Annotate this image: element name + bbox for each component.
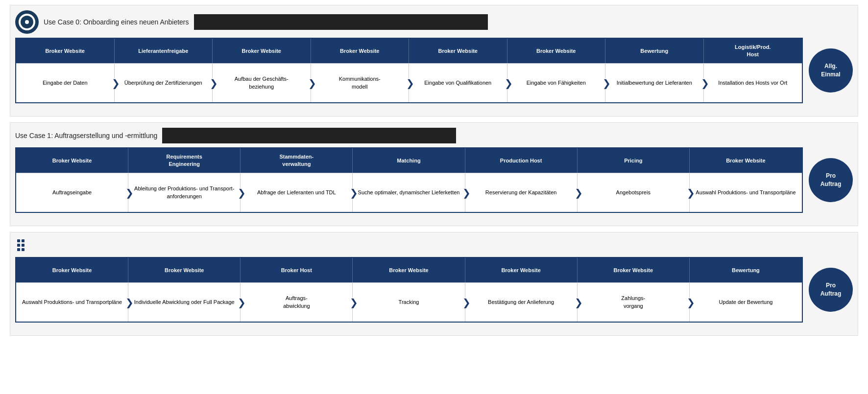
uc0-arrow-4: ❯ [505, 78, 513, 88]
uc0-row-with-badge: Broker WebsiteLieferantenfreigabeBroker … [15, 38, 853, 103]
uc2-content-3: Tracking❯ [353, 282, 465, 322]
uc1-title: Use Case 1: Auftragserstellung und -ermi… [15, 132, 157, 139]
uc0-content-col-2: Aufbau der Geschäfts- beziehung❯ [213, 63, 311, 102]
uc0-content-6: Initialbewertung der Lieferanten❯ [605, 63, 704, 102]
logo-dot [25, 20, 29, 24]
uc2-col-0: Broker Website [16, 258, 128, 282]
uc1-badge: Pro Auftrag [809, 158, 853, 202]
uc2-content-col-2: Auftrags- abwicklung❯ [241, 282, 353, 322]
uc0-content-col-7: Installation des Hosts vor Ort [704, 63, 802, 102]
uc0-content-col-3: Kommunikations- modell❯ [311, 63, 410, 102]
uc2-content-0: Auswahl Produktions- und Transportpläne❯ [16, 282, 128, 322]
uc1-col-5: Pricing [578, 148, 690, 173]
uc2-arrow-0: ❯ [125, 298, 134, 307]
uc0-content-col-0: Eingabe der Daten❯ [16, 63, 115, 102]
uc1-content-col-2: Abfrage der Lieferanten und TDL❯ [241, 173, 353, 212]
uc0-header-1: Lieferantenfreigabe [115, 39, 213, 63]
uc2-arrow-3: ❯ [462, 298, 471, 307]
uc1-process-table: Broker WebsiteRequirements EngineeringSt… [15, 147, 803, 213]
uc0-header-6: Bewertung [605, 39, 704, 63]
uc0-process-table: Broker WebsiteLieferantenfreigabeBroker … [15, 38, 803, 103]
uc2-col-3: Broker Website [353, 258, 465, 282]
uc0-content-2: Aufbau der Geschäfts- beziehung❯ [213, 63, 311, 102]
uc1-section: Use Case 1: Auftragserstellung und -ermi… [10, 122, 858, 226]
uc2-col-1: Broker Website [128, 258, 241, 282]
uc2-content-1: Individuelle Abwicklung oder Full Packag… [128, 282, 241, 322]
uc0-title-row: Use Case 0: Onboarding eines neuen Anbie… [15, 10, 853, 34]
uc0-section: Use Case 0: Onboarding eines neuen Anbie… [10, 5, 858, 116]
uc1-content-6: Auswahl Produktions- und Transportpläne [690, 173, 802, 212]
uc2-arrow-4: ❯ [575, 298, 583, 307]
uc1-arrow-3: ❯ [462, 188, 471, 198]
uc1-content-5: Angebotspreis❯ [578, 173, 690, 212]
uc2-content-col-4: Bestätigung der Anlieferung❯ [465, 282, 578, 322]
uc2-headers: Broker WebsiteBroker WebsiteBroker HostB… [16, 258, 802, 282]
uc2-arrow-5: ❯ [687, 298, 695, 307]
uc2-col-4: Broker Website [465, 258, 578, 282]
uc0-headers: Broker WebsiteLieferantenfreigabeBroker … [16, 39, 802, 63]
uc2-content-2: Auftrags- abwicklung❯ [241, 282, 353, 322]
uc1-header-3: Matching [353, 148, 465, 173]
uc2-content-col-1: Individuelle Abwicklung oder Full Packag… [128, 282, 241, 322]
uc1-title-row: Use Case 1: Auftragserstellung und -ermi… [15, 128, 853, 143]
uc1-contents: Auftragseingabe❯Ableitung der Produktion… [16, 173, 802, 212]
uc0-col-6: Bewertung [605, 39, 704, 63]
uc1-header-0: Broker Website [16, 148, 128, 173]
logo-inner-ring [19, 14, 35, 30]
uc0-arrow-6: ❯ [701, 78, 709, 88]
uc0-content-col-4: Eingabe von Qualifikationen❯ [409, 63, 507, 102]
uc0-header-4: Broker Website [409, 39, 507, 63]
uc2-header-1: Broker Website [128, 258, 241, 282]
uc2-content-6: Update der Bewertung [690, 282, 802, 322]
uc0-process-section: Broker WebsiteLieferantenfreigabeBroker … [15, 38, 803, 103]
uc2-content-col-5: Zahlungs- vorgang❯ [578, 282, 690, 322]
uc1-content-3: Suche optimaler, dynamischer Lieferkette… [353, 173, 465, 212]
uc1-col-4: Production Host [465, 148, 578, 173]
uc2-col-2: Broker Host [241, 258, 353, 282]
uc0-content-4: Eingabe von Qualifikationen❯ [409, 63, 507, 102]
uc2-content-5: Zahlungs- vorgang❯ [578, 282, 690, 322]
uc1-content-0: Auftragseingabe❯ [16, 173, 128, 212]
uc1-content-2: Abfrage der Lieferanten und TDL❯ [241, 173, 353, 212]
uc1-header-1: Requirements Engineering [128, 148, 241, 173]
uc0-arrow-1: ❯ [210, 78, 218, 88]
uc1-content-col-3: Suche optimaler, dynamischer Lieferkette… [353, 173, 465, 212]
uc2-content-col-3: Tracking❯ [353, 282, 465, 322]
uc1-header-2: Stammdaten- verwaltung [241, 148, 353, 173]
uc1-headers: Broker WebsiteRequirements EngineeringSt… [16, 148, 802, 173]
uc0-content-col-5: Eingabe von Fähigkeiten❯ [507, 63, 606, 102]
uc1-content-col-6: Auswahl Produktions- und Transportpläne [690, 173, 802, 212]
uc0-arrow-3: ❯ [406, 78, 414, 88]
uc0-arrow-5: ❯ [603, 78, 611, 88]
uc2-col-5: Broker Website [578, 258, 690, 282]
uc1-col-2: Stammdaten- verwaltung [241, 148, 353, 173]
uc2-header-3: Broker Website [353, 258, 465, 282]
uc0-col-1: Lieferantenfreigabe [115, 39, 213, 63]
uc2-header-2: Broker Host [241, 258, 353, 282]
uc1-row-with-badge: Broker WebsiteRequirements EngineeringSt… [15, 147, 853, 213]
uc0-header-0: Broker Website [16, 39, 115, 63]
uc1-title-bar [162, 128, 456, 143]
uc1-arrow-1: ❯ [238, 188, 246, 198]
uc1-header-5: Pricing [578, 148, 690, 173]
uc0-title: Use Case 0: Onboarding eines neuen Anbie… [44, 18, 189, 26]
uc2-arrow-1: ❯ [238, 298, 246, 307]
uc0-header-5: Broker Website [507, 39, 606, 63]
uc2-contents: Auswahl Produktions- und Transportpläne❯… [16, 282, 802, 322]
uc0-badge: Allg. Einmal [809, 48, 853, 93]
uc2-row-with-badge: Broker WebsiteBroker WebsiteBroker HostB… [15, 257, 853, 323]
uc0-col-2: Broker Website [213, 39, 311, 63]
uc2-header-5: Broker Website [578, 258, 690, 282]
uc0-col-0: Broker Website [16, 39, 115, 63]
uc1-col-6: Broker Website [690, 148, 802, 173]
uc1-arrow-5: ❯ [687, 188, 695, 198]
uc0-col-7: Logistik/Prod. Host [704, 39, 802, 63]
uc0-content-col-6: Initialbewertung der Lieferanten❯ [605, 63, 704, 102]
uc1-header-6: Broker Website [690, 148, 802, 173]
uc2-header-6: Bewertung [690, 258, 802, 282]
uc0-header-3: Broker Website [311, 39, 410, 63]
uc0-content-col-1: Überprüfung der Zertifizierungen❯ [115, 63, 213, 102]
uc0-arrow-0: ❯ [112, 78, 120, 88]
uc0-col-3: Broker Website [311, 39, 410, 63]
uc0-content-7: Installation des Hosts vor Ort [704, 63, 802, 102]
